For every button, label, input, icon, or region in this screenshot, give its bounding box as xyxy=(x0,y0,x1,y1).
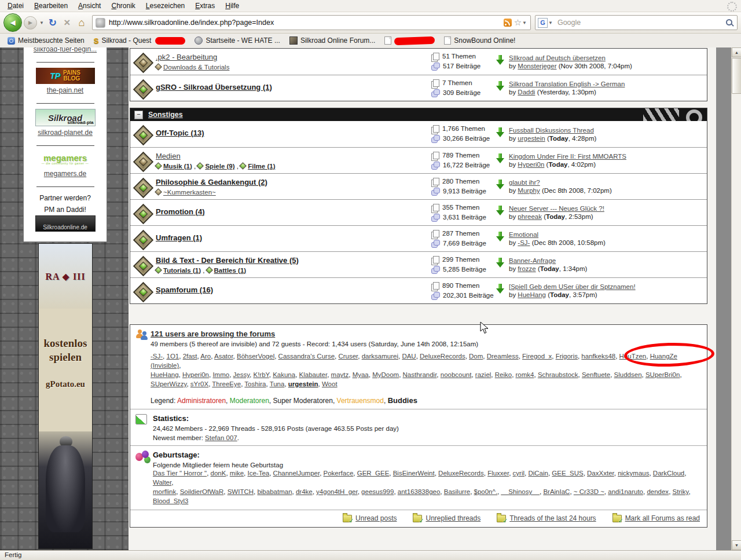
urlbar-dropdown-icon[interactable] xyxy=(522,20,527,25)
bookmark-silkroad-quest[interactable]: Silkroad - Quest xyxy=(90,36,190,46)
birthday-user-link[interactable]: SWITCH xyxy=(228,488,254,495)
online-user-link[interactable]: MyDoom xyxy=(372,371,399,378)
last-post-title-link[interactable]: Silkroad Translation English -> German xyxy=(509,80,625,87)
online-user-link[interactable]: raziel xyxy=(475,371,491,378)
newest-member-link[interactable]: Stefan 007 xyxy=(205,434,237,441)
birthday-user-link[interactable]: andi1naruto xyxy=(608,488,643,495)
online-user-link[interactable]: Frigoris xyxy=(556,353,578,360)
online-user-link[interactable]: sYr0X xyxy=(190,380,208,387)
url-bar[interactable]: http://www.silkroadonline.de/index.php?p… xyxy=(92,15,531,30)
online-user-link[interactable]: Sluddsen xyxy=(614,371,642,378)
birthday-user-link[interactable]: Das Tier " Horror " xyxy=(153,470,207,477)
forum-title-link[interactable]: .pk2 - Bearbeitung xyxy=(156,53,217,61)
last-post-arrow-icon[interactable] xyxy=(496,232,505,241)
last-post-arrow-icon[interactable] xyxy=(496,127,505,137)
forum-title-link[interactable]: Medien xyxy=(156,152,181,160)
last-post-arrow-icon[interactable] xyxy=(496,258,505,268)
last-post-author-link[interactable]: HueHang xyxy=(518,291,546,298)
rss-feed-icon[interactable] xyxy=(504,19,512,27)
forward-button[interactable] xyxy=(24,16,37,30)
last-post-author-link[interactable]: frozze xyxy=(518,265,535,272)
online-user-link[interactable]: romk4 xyxy=(516,371,534,378)
history-dropdown-icon[interactable] xyxy=(39,20,45,25)
online-user-link[interactable]: HueHang xyxy=(151,371,179,378)
silkroad-planet-banner[interactable]: Silkroad silkroad-pla xyxy=(35,109,96,126)
last-post-title-link[interactable]: Banner-Anfrage xyxy=(509,257,556,264)
last-post-arrow-icon[interactable] xyxy=(496,284,505,294)
last-post-title-link[interactable]: Neuer Server --- Neues Glück ?! xyxy=(509,205,604,212)
last-post-arrow-icon[interactable] xyxy=(496,180,505,189)
last-post-arrow-icon[interactable] xyxy=(496,55,505,65)
online-user-link[interactable]: Kakuna xyxy=(273,371,295,378)
scroll-down-button[interactable] xyxy=(732,540,741,550)
online-user-link[interactable]: Reiko xyxy=(495,371,512,378)
subforum-link[interactable]: ~Kummerkasten~ xyxy=(163,189,216,196)
home-button[interactable] xyxy=(75,16,88,30)
online-user-link[interactable]: darksamurei xyxy=(362,353,398,360)
birthday-user-link[interactable]: GEE_SUS xyxy=(552,470,583,477)
online-user-link[interactable]: 2fast xyxy=(183,353,197,360)
last-post-author-link[interactable]: phreeak xyxy=(518,213,542,220)
birthday-user-link[interactable]: Striky xyxy=(673,488,689,495)
subforum-link[interactable]: Downloads & Tutorials xyxy=(163,64,229,71)
last-post-author-link[interactable]: urgestein xyxy=(518,135,545,142)
google-engine-icon[interactable]: G xyxy=(538,18,548,28)
quick-link[interactable]: Unreplied threads xyxy=(425,514,480,522)
birthday-user-link[interactable]: morflink xyxy=(153,488,176,495)
birthday-user-link[interactable]: Basilurre xyxy=(444,488,470,495)
online-user-link[interactable]: Schraubstock xyxy=(538,371,578,378)
online-user-link[interactable]: Dom xyxy=(469,353,483,360)
online-user-link[interactable]: DAU xyxy=(402,353,416,360)
online-user-link[interactable]: Cruser xyxy=(338,353,358,360)
online-user-link[interactable]: Nasthrandir xyxy=(403,371,437,378)
megamers-banner[interactable]: megamers — die community für gamer — xyxy=(36,151,95,167)
birthday-user-link[interactable]: GER_GEE xyxy=(357,470,390,477)
forum-title-link[interactable]: Off-Topic (13) xyxy=(156,129,204,137)
birthday-user-link[interactable]: dendex xyxy=(647,488,669,495)
silkroadonline-banner[interactable]: Silkroadonline.de xyxy=(35,215,96,232)
bookmark-silkroad-forum[interactable]: Silkroad Online Forum... xyxy=(285,36,379,45)
online-user-link[interactable]: Klabauter xyxy=(299,371,328,378)
birthday-user-link[interactable]: ChannelJumper xyxy=(273,470,320,477)
last-post-author-link[interactable]: Murphy xyxy=(518,187,540,194)
vertical-scrollbar[interactable] xyxy=(731,47,741,550)
menu-item[interactable]: Bearbeiten xyxy=(29,1,73,11)
birthday-user-link[interactable]: Fluxxer xyxy=(487,470,509,477)
online-user-link[interactable]: hanfkeks48 xyxy=(581,353,615,360)
birthday-user-link[interactable]: bibabatman xyxy=(257,488,292,495)
quick-link[interactable]: Mark all Forums as read xyxy=(625,514,700,522)
subforum-link[interactable]: Filme (1) xyxy=(248,163,275,170)
menu-item[interactable]: Ansicht xyxy=(73,1,106,11)
silkroad-planet-link[interactable]: silkroad-planet.de xyxy=(38,129,93,137)
menu-item[interactable]: Chronik xyxy=(106,1,140,11)
online-user-link[interactable]: Asator xyxy=(214,353,233,360)
online-user-link[interactable]: Toshira xyxy=(244,380,266,387)
birthday-user-link[interactable]: Walter xyxy=(153,479,171,486)
scroll-up-button[interactable] xyxy=(732,47,741,57)
birthday-user-link[interactable]: DaxXxter xyxy=(587,470,614,477)
subforum-link[interactable]: Battles (1) xyxy=(214,267,247,274)
last-post-title-link[interactable]: Emotional xyxy=(509,231,538,238)
birthday-user-link[interactable]: DeluxeRecords xyxy=(438,470,484,477)
online-user-link[interactable]: -SJ- xyxy=(151,353,163,360)
gpotato-ad-banner[interactable]: RA ◆ III kostenlos spielen gPotato.eu xyxy=(38,243,93,549)
last-post-title-link[interactable]: [Spiel] Geb dem USer über dir Sptznamen! xyxy=(509,283,636,290)
online-user-link[interactable]: Jessy xyxy=(233,371,250,378)
birthday-user-link[interactable]: DiCain xyxy=(528,470,548,477)
online-user-link[interactable]: ThreeEye xyxy=(212,380,241,387)
online-user-link[interactable]: Hyperi0n xyxy=(182,371,209,378)
online-user-link[interactable]: Dreamless xyxy=(487,353,519,360)
the-pain-link[interactable]: the-pain.net xyxy=(47,86,83,94)
online-user-link[interactable]: K!rbY xyxy=(253,371,269,378)
forum-title-link[interactable]: Bild & Text - Der Bereich für Kreative (… xyxy=(156,256,299,265)
last-post-title-link[interactable]: Kingdom Under Fire II: First MMOARTS xyxy=(509,153,626,160)
collapse-category-button[interactable]: − xyxy=(134,111,143,119)
online-user-link[interactable]: BöhserVogel xyxy=(237,353,274,360)
search-bar[interactable]: G Google xyxy=(535,15,738,30)
back-button[interactable] xyxy=(3,13,22,32)
menu-item[interactable]: Extras xyxy=(190,1,220,11)
birthday-user-link[interactable]: Pokerface xyxy=(324,470,354,477)
bookmark-startseite[interactable]: Startseite - WE HATE ... xyxy=(190,36,284,45)
birthday-user-link[interactable]: BisEinerWeint xyxy=(393,470,435,477)
online-user-link[interactable]: DeluxeRecords xyxy=(420,353,465,360)
